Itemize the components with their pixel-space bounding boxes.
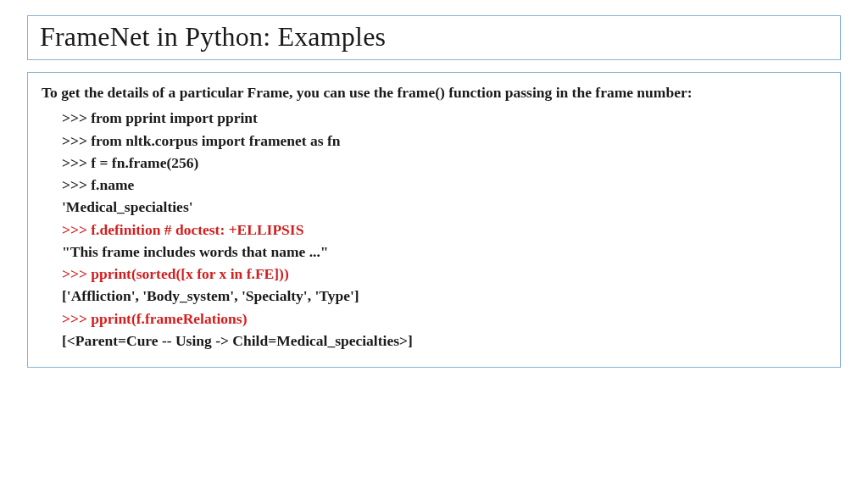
code-line: >>> f.name — [42, 174, 826, 196]
code-line: >>> pprint(sorted([x for x in f.FE])) — [42, 263, 826, 285]
code-line: [<Parent=Cure -- Using -> Child=Medical_… — [42, 330, 826, 352]
intro-text: To get the details of a particular Frame… — [42, 81, 826, 103]
code-line: "This frame includes words that name ...… — [42, 241, 826, 263]
content-box: To get the details of a particular Frame… — [27, 72, 841, 368]
code-line: >>> from nltk.corpus import framenet as … — [42, 130, 826, 152]
code-block: >>> from pprint import pprint>>> from nl… — [42, 107, 826, 352]
code-line: ['Affliction', 'Body_system', 'Specialty… — [42, 285, 826, 307]
code-line: >>> f.definition # doctest: +ELLIPSIS — [42, 219, 826, 241]
code-line: >>> pprint(f.frameRelations) — [42, 308, 826, 330]
code-line: >>> f = fn.frame(256) — [42, 152, 826, 174]
slide-title: FrameNet in Python: Examples — [40, 21, 828, 53]
title-box: FrameNet in Python: Examples — [27, 15, 841, 60]
code-line: >>> from pprint import pprint — [42, 107, 826, 129]
code-line: 'Medical_specialties' — [42, 196, 826, 218]
